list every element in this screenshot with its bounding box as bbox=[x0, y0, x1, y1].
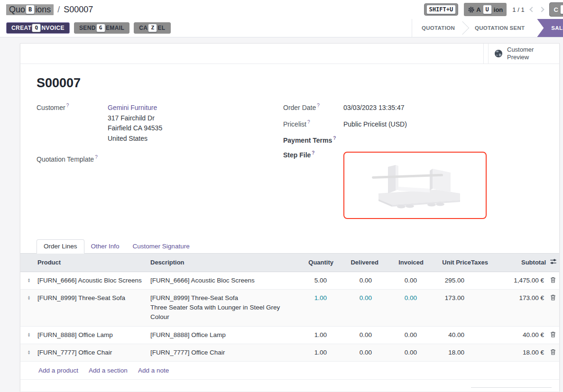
cell-taxes[interactable] bbox=[471, 344, 494, 361]
stage-sales-order[interactable]: SALES ORDER bbox=[537, 19, 563, 37]
shortcut-key-q: Q bbox=[32, 24, 41, 32]
cell-unit-price[interactable]: 18.00 bbox=[424, 344, 471, 361]
table-row[interactable]: ▲▼ [FURN_8999] Three-Seat Sofa [FURN_899… bbox=[20, 290, 559, 327]
add-a-product-link[interactable]: Add a product bbox=[38, 367, 78, 374]
column-header-description[interactable]: Description bbox=[150, 254, 293, 272]
optional-columns-button[interactable] bbox=[546, 254, 560, 272]
field-grid: Customer? Gemini Furniture 317 Fairchild… bbox=[37, 103, 543, 225]
customer-address-line2: Fairfield CA 94535 bbox=[108, 123, 162, 134]
pager-next-icon[interactable] bbox=[539, 7, 544, 12]
delete-row-button[interactable] bbox=[546, 344, 560, 361]
drag-handle-icon[interactable]: ▲▼ bbox=[28, 350, 31, 357]
sheet-footer: Terms and conditions... Total: 1,706.00 … bbox=[38, 387, 552, 392]
breadcrumb-quotations-link[interactable]: QuoBions bbox=[6, 4, 54, 15]
breadcrumb-record-name: S00007 bbox=[64, 5, 93, 15]
delete-row-button[interactable] bbox=[546, 272, 560, 289]
drag-handle-icon[interactable]: ▲▼ bbox=[28, 332, 31, 340]
cell-quantity[interactable]: 1.00 bbox=[293, 327, 333, 344]
cell-description[interactable]: [FURN_8888] Office Lamp bbox=[150, 327, 293, 344]
cell-taxes[interactable] bbox=[471, 290, 494, 326]
drag-handle-icon[interactable]: ▲▼ bbox=[28, 295, 31, 322]
record-title: S00007 bbox=[37, 76, 543, 91]
create-invoice-button[interactable]: CREATQNVOICE bbox=[6, 22, 70, 34]
field-column-right: Order Date? 03/03/2023 13:35:47 Pricelis… bbox=[283, 103, 543, 225]
pricelist-value[interactable]: Public Pricelist (USD) bbox=[343, 119, 407, 130]
cell-quantity[interactable]: 5.00 bbox=[293, 272, 333, 289]
customer-preview-button[interactable]: Customer Preview bbox=[488, 44, 559, 64]
cell-description[interactable]: [FURN_6666] Acoustic Bloc Screens bbox=[150, 272, 293, 289]
trash-icon bbox=[550, 349, 556, 355]
drag-handle-icon[interactable]: ▲▼ bbox=[28, 278, 31, 285]
cell-invoiced[interactable]: 0.00 bbox=[378, 272, 424, 289]
column-header-subtotal[interactable]: Subtotal bbox=[494, 254, 546, 272]
cell-unit-price[interactable]: 295.00 bbox=[424, 272, 471, 289]
send-email-post: EMAIL bbox=[106, 25, 124, 31]
cell-invoiced[interactable]: 0.00 bbox=[378, 344, 424, 361]
cell-product[interactable]: [FURN_7777] Office Chair bbox=[37, 344, 150, 361]
action-menu-button[interactable]: AUion bbox=[464, 3, 507, 16]
cell-description[interactable]: [FURN_7777] Office Chair bbox=[150, 344, 293, 361]
table-row[interactable]: ▲▼ [FURN_6666] Acoustic Bloc Screens [FU… bbox=[20, 272, 559, 290]
cell-invoiced[interactable]: 0.00 bbox=[378, 290, 424, 326]
cell-quantity[interactable]: 1.00 bbox=[293, 344, 333, 361]
totals-block: Total: 1,706.00 € bbox=[471, 387, 552, 392]
sheet-button-box: Customer Preview bbox=[20, 44, 559, 64]
shortcut-key-g: G bbox=[96, 24, 105, 32]
order-date-value[interactable]: 03/03/2023 13:35:47 bbox=[343, 103, 404, 113]
cell-product[interactable]: [FURN_8999] Three-Seat Sofa bbox=[37, 290, 150, 326]
cell-product[interactable]: [FURN_6666] Acoustic Bloc Screens bbox=[37, 272, 150, 289]
table-row[interactable]: ▲▼ [FURN_7777] Office Chair [FURN_7777] … bbox=[20, 344, 559, 362]
cell-quantity[interactable]: 1.00 bbox=[293, 290, 333, 326]
step-file-3d-render bbox=[360, 159, 470, 211]
column-header-invoiced[interactable]: Invoiced bbox=[378, 254, 424, 272]
column-header-quantity[interactable]: Quantity bbox=[293, 254, 333, 272]
cancel-post: EL bbox=[157, 25, 165, 31]
column-header-product[interactable]: Product bbox=[37, 254, 150, 272]
table-footer-links: Add a product Add a section Add a note bbox=[20, 362, 559, 380]
action-label-post: ion bbox=[494, 6, 503, 13]
cell-delivered[interactable]: 0.00 bbox=[333, 344, 378, 361]
record-action-buttons: CREATQNVOICE SENDGEMAIL CAZEL bbox=[6, 19, 171, 37]
terms-and-conditions-input[interactable]: Terms and conditions... bbox=[38, 387, 104, 392]
cell-product[interactable]: [FURN_8888] Office Lamp bbox=[37, 327, 150, 344]
tab-order-lines[interactable]: Order Lines bbox=[37, 239, 84, 254]
delete-row-button[interactable] bbox=[546, 327, 560, 344]
send-email-button[interactable]: SENDGEMAIL bbox=[74, 22, 129, 34]
cell-delivered[interactable]: 0.00 bbox=[333, 327, 378, 344]
pager-previous-icon[interactable] bbox=[529, 7, 535, 12]
cell-invoiced[interactable]: 0.00 bbox=[378, 327, 424, 344]
add-a-note-link[interactable]: Add a note bbox=[138, 367, 169, 374]
column-header-delivered[interactable]: Delivered bbox=[333, 254, 378, 272]
tab-customer-signature[interactable]: Customer Signature bbox=[126, 240, 196, 253]
tab-other-info[interactable]: Other Info bbox=[84, 240, 126, 253]
send-email-pre: SEND bbox=[79, 25, 96, 31]
help-icon: ? bbox=[307, 119, 310, 125]
payment-terms-label: Payment Terms? bbox=[283, 136, 343, 144]
stage-quotation-sent[interactable]: QUOTATION SENT bbox=[465, 19, 534, 37]
cancel-button[interactable]: CAZEL bbox=[134, 22, 170, 34]
field-customer: Customer? Gemini Furniture 317 Fairchild… bbox=[37, 103, 283, 144]
delete-row-button[interactable] bbox=[546, 290, 560, 326]
table-row[interactable]: ▲▼ [FURN_8888] Office Lamp [FURN_8888] O… bbox=[20, 327, 559, 344]
step-file-preview[interactable] bbox=[343, 152, 487, 219]
content-area: Customer Preview S00007 Customer? Gemini… bbox=[0, 37, 563, 392]
cell-description[interactable]: [FURN_8999] Three-Seat SofaThree Seater … bbox=[150, 290, 293, 326]
cell-delivered[interactable]: 0.00 bbox=[333, 290, 378, 326]
column-header-taxes[interactable]: Taxes bbox=[471, 254, 494, 272]
cell-taxes[interactable] bbox=[471, 327, 494, 344]
add-a-section-link[interactable]: Add a section bbox=[89, 367, 128, 374]
topbar-controls: SHIFT+U AUion 1 / 1 C bbox=[424, 2, 563, 17]
breadcrumb-section-post: ions bbox=[35, 5, 51, 15]
close-button[interactable]: C bbox=[549, 2, 563, 17]
notebook-tabs: Order Lines Other Info Customer Signatur… bbox=[20, 239, 559, 254]
cell-unit-price[interactable]: 40.00 bbox=[424, 327, 471, 344]
trash-icon bbox=[550, 294, 556, 301]
cell-unit-price[interactable]: 173.00 bbox=[424, 290, 471, 326]
table-header-row: Product Description Quantity Delivered I… bbox=[20, 254, 559, 272]
cell-taxes[interactable] bbox=[471, 272, 494, 289]
column-header-unit-price[interactable]: Unit Price bbox=[424, 254, 471, 272]
field-payment-terms: Payment Terms? bbox=[283, 136, 543, 144]
cell-delivered[interactable]: 0.00 bbox=[333, 272, 378, 289]
form-sheet: Customer Preview S00007 Customer? Gemini… bbox=[20, 43, 560, 392]
customer-link[interactable]: Gemini Furniture bbox=[108, 103, 162, 113]
